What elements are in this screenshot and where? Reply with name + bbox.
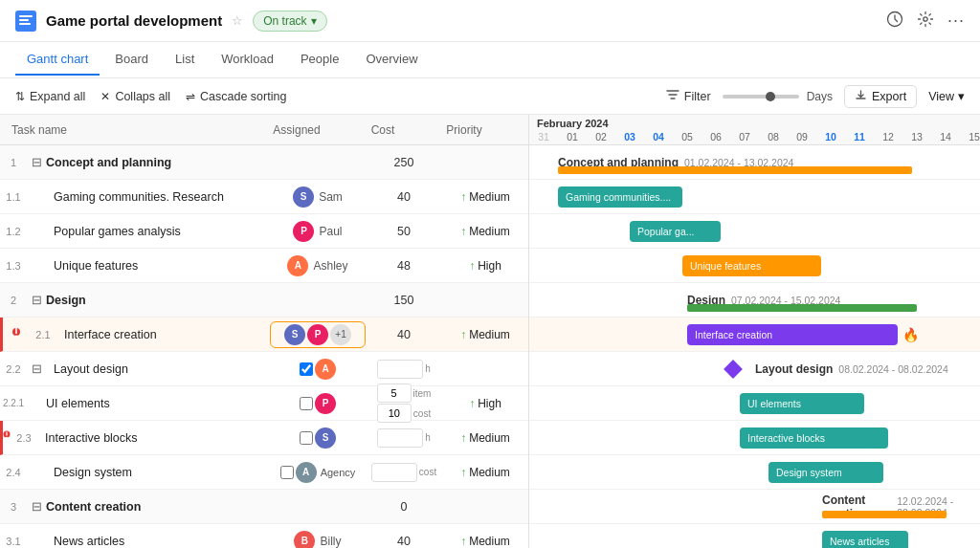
- cost-cell: 40: [366, 328, 442, 341]
- assignee-name: Paul: [319, 225, 342, 238]
- gantt-bar: UI elements: [740, 393, 864, 414]
- row-number: 2: [0, 295, 27, 306]
- cost-input[interactable]: [371, 463, 417, 482]
- expand-toggle[interactable]: ⊟: [27, 362, 46, 376]
- priority-up-icon: ↑: [460, 431, 466, 445]
- slider-track: [723, 95, 799, 99]
- expand-toggle[interactable]: ⊟: [27, 155, 46, 169]
- gantt-row: Design 07.02.2024 - 15.02.2024: [529, 283, 980, 318]
- gantt-bar-label: Design system: [776, 467, 842, 478]
- priority-cell: ↑ Medium: [442, 328, 528, 341]
- expand-toggle[interactable]: ⊟: [27, 293, 46, 307]
- header-left: Game portal development ☆ On track ▾: [15, 11, 327, 32]
- gantt-row: Unique features: [529, 249, 980, 283]
- expand-icon: ⇅: [15, 90, 25, 103]
- gantt-row: Interface creation 🔥: [529, 318, 980, 352]
- expand-toggle[interactable]: ⊟: [27, 499, 46, 514]
- svg-point-10: [6, 437, 8, 439]
- top-header: Game portal development ☆ On track ▾ ···: [0, 0, 980, 42]
- cost-unit-cost: cost: [413, 408, 431, 419]
- cost-input[interactable]: [377, 428, 423, 448]
- project-title: Game portal development: [46, 12, 222, 29]
- priority-up-icon: ↑: [460, 328, 466, 341]
- collapse-all-button[interactable]: ✕ Collaps all: [100, 90, 170, 103]
- cost-unit: h: [425, 432, 431, 443]
- history-icon[interactable]: [886, 11, 903, 32]
- tab-workload[interactable]: Workload: [210, 44, 285, 76]
- filter-button[interactable]: Filter: [666, 88, 711, 104]
- row-number: 2.2: [0, 363, 27, 375]
- export-button[interactable]: Export: [844, 85, 917, 108]
- priority-cell: ↑ Medium: [442, 190, 528, 204]
- col-header-priority: Priority: [421, 123, 507, 137]
- settings-icon[interactable]: [917, 11, 934, 32]
- priority-up-icon: ↑: [460, 225, 466, 238]
- view-button[interactable]: View ▾: [928, 89, 965, 103]
- gantt-date: 31: [529, 131, 558, 142]
- svg-point-4: [924, 16, 927, 20]
- gantt-bar-label: Gaming communities....: [566, 191, 671, 203]
- cost-cell: 48: [366, 259, 442, 273]
- row-number: 2.2.1: [0, 398, 27, 408]
- gantt-bar: Gaming communities....: [558, 186, 682, 208]
- row-number: 2.1: [30, 329, 56, 340]
- task-name: Gaming communities. Research: [46, 190, 270, 204]
- assigned-cell: B Billy: [270, 531, 366, 549]
- avatar-plus: +1: [330, 324, 351, 345]
- gantt-row: Concept and planning 01.02.2024 - 13.02.…: [529, 145, 980, 180]
- expand-all-button[interactable]: ⇅ Expand all: [15, 90, 85, 103]
- priority-up-icon: ↑: [469, 397, 475, 410]
- gantt-row: Gaming communities....: [529, 180, 980, 214]
- task-name: UI elements: [27, 397, 270, 410]
- table-row: 3.1 News articles B Billy 40 ↑ Medium: [0, 524, 528, 548]
- row-number: 3.1: [0, 536, 27, 547]
- assign-checkbox[interactable]: [280, 466, 294, 479]
- gantt-area: February 2024 31 01 02 03 04 05 06 07 08…: [529, 115, 980, 548]
- gantt-bar-label: UI elements: [747, 398, 801, 409]
- tab-overview[interactable]: Overview: [354, 44, 429, 76]
- more-icon[interactable]: ···: [947, 11, 965, 31]
- table-row: 1.2 Popular games analysis P Paul 50 ↑ M…: [0, 214, 528, 249]
- tab-people[interactable]: People: [289, 44, 350, 76]
- priority-cell: ↑ Medium: [442, 535, 528, 548]
- priority-cell: ↑ Medium: [442, 225, 528, 238]
- svg-rect-0: [19, 15, 33, 17]
- row-number: 1: [0, 157, 27, 168]
- priority-up-icon: ↑: [460, 190, 466, 204]
- header-right: ···: [886, 11, 965, 32]
- star-icon[interactable]: ☆: [232, 13, 243, 28]
- gantt-dates: 31 01 02 03 04 05 06 07 08 09 10 11 12 1…: [529, 129, 980, 144]
- avatar: A: [315, 359, 336, 380]
- row-number: 1.1: [0, 191, 27, 203]
- gantt-bar-label: Interactive blocks: [747, 432, 825, 444]
- priority-cell: ↑ Medium: [442, 466, 528, 479]
- cascade-sorting-button[interactable]: ⇌ Cascade sorting: [186, 90, 286, 103]
- task-name: Interface creation: [56, 328, 270, 341]
- assign-checkbox[interactable]: [300, 431, 313, 445]
- cost-input[interactable]: [377, 360, 423, 379]
- cost-input-2[interactable]: [377, 404, 412, 423]
- task-name: Popular games analysis: [46, 225, 270, 238]
- gantt-date: 12: [874, 131, 902, 142]
- priority-label: Medium: [469, 466, 510, 479]
- cost-cell: 50: [366, 225, 442, 238]
- assigned-cell: P Paul: [270, 221, 366, 242]
- tab-board[interactable]: Board: [103, 44, 160, 76]
- task-name: Layout design: [46, 362, 270, 376]
- status-badge[interactable]: On track ▾: [253, 11, 326, 32]
- priority-label: High: [478, 259, 501, 273]
- avatar: S: [284, 324, 305, 345]
- gantt-bar: Interactive blocks: [740, 427, 888, 449]
- gantt-bar: News articles: [822, 531, 908, 549]
- assign-checkbox[interactable]: [300, 362, 313, 376]
- cost-input-1[interactable]: [377, 384, 412, 403]
- assigned-cell: S Sam: [270, 186, 366, 208]
- col-header-assigned: Assigned: [249, 123, 345, 137]
- gantt-date: 01: [558, 131, 587, 142]
- days-slider[interactable]: Days: [723, 90, 833, 103]
- tab-gantt-chart[interactable]: Gantt chart: [15, 44, 100, 76]
- gantt-date: 03: [615, 131, 644, 142]
- view-chevron: ▾: [958, 89, 965, 103]
- assign-checkbox[interactable]: [300, 397, 313, 410]
- tab-list[interactable]: List: [164, 44, 206, 76]
